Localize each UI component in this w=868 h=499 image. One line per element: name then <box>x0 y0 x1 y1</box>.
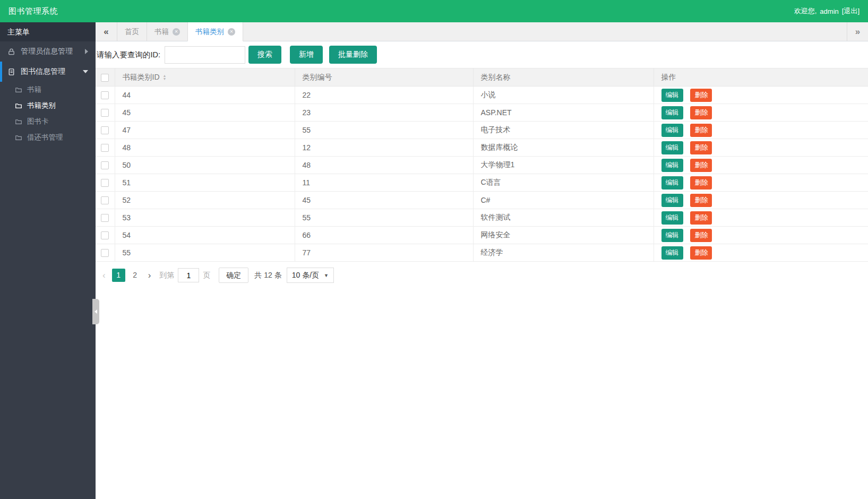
delete-button[interactable]: 删除 <box>690 89 712 102</box>
delete-button[interactable]: 删除 <box>690 229 712 242</box>
tabs-scroll-right-icon[interactable]: » <box>847 22 868 41</box>
tab-book-categories[interactable]: 书籍类别 × <box>187 22 243 41</box>
batch-delete-button[interactable]: 批量删除 <box>329 46 377 64</box>
cell-category-name: 电子技术 <box>473 122 654 139</box>
close-icon[interactable]: × <box>173 28 180 36</box>
cell-category-code: 77 <box>295 244 473 262</box>
cell-actions: 编辑 删除 <box>654 122 868 139</box>
tab-label: 首页 <box>125 27 139 37</box>
cell-category-id: 52 <box>115 192 295 209</box>
cell-category-code: 45 <box>295 192 473 209</box>
row-checkbox-cell <box>96 227 115 244</box>
collapse-arrow-icon <box>94 309 97 314</box>
confirm-button[interactable]: 确定 <box>219 268 248 283</box>
row-checkbox[interactable] <box>101 91 109 99</box>
table-row: 50 48 大学物理1 编辑 删除 <box>96 157 868 174</box>
delete-button[interactable]: 删除 <box>690 246 712 260</box>
next-page-icon[interactable]: › <box>143 270 156 281</box>
edit-button[interactable]: 编辑 <box>661 194 683 207</box>
delete-button[interactable]: 删除 <box>690 194 712 207</box>
delete-button[interactable]: 删除 <box>690 141 712 154</box>
sidebar-item-admin-info[interactable]: 管理员信息管理 <box>0 41 96 62</box>
cell-category-name: C语言 <box>473 174 654 192</box>
select-all-checkbox[interactable] <box>101 74 109 82</box>
delete-button[interactable]: 删除 <box>690 211 712 225</box>
edit-button[interactable]: 编辑 <box>661 211 683 225</box>
search-label: 请输入要查询的ID: <box>97 50 160 60</box>
row-checkbox-cell <box>96 104 115 122</box>
cell-category-code: 23 <box>295 104 473 122</box>
delete-button[interactable]: 删除 <box>690 106 712 119</box>
cell-actions: 编辑 删除 <box>654 157 868 174</box>
edit-button[interactable]: 编辑 <box>661 89 683 102</box>
table-header-row: 书籍类别ID▲▼ 类别编号 类别名称 操作 <box>96 68 868 87</box>
sidebar-subitem-books[interactable]: 书籍 <box>0 82 96 98</box>
cell-category-name: 网络安全 <box>473 227 654 244</box>
pagination: ‹ 1 2 › 到第 页 确定 共 12 条 10 条/页 ▼ <box>98 268 868 283</box>
row-checkbox-cell <box>96 244 115 262</box>
prev-page-icon[interactable]: ‹ <box>98 270 110 281</box>
cell-actions: 编辑 删除 <box>654 104 868 122</box>
cell-category-id: 47 <box>115 122 295 139</box>
tabs-scroll-left-icon[interactable]: « <box>96 22 117 41</box>
edit-button[interactable]: 编辑 <box>661 176 683 190</box>
goto-page-input[interactable] <box>178 268 199 282</box>
goto-label: 到第 <box>159 271 174 280</box>
cell-actions: 编辑 删除 <box>654 244 868 262</box>
welcome-text: 欢迎您, <box>794 6 817 16</box>
sidebar-subitem-library-cards[interactable]: 图书卡 <box>0 114 96 130</box>
delete-button[interactable]: 删除 <box>690 159 712 172</box>
cell-actions: 编辑 删除 <box>654 227 868 244</box>
column-header-code: 类别编号 <box>295 68 473 87</box>
page-button-2[interactable]: 2 <box>128 269 142 282</box>
tab-books[interactable]: 书籍 × <box>147 22 187 41</box>
delete-button[interactable]: 删除 <box>690 176 712 190</box>
cell-category-id: 55 <box>115 244 295 262</box>
close-icon[interactable]: × <box>228 28 235 36</box>
row-checkbox[interactable] <box>101 161 109 169</box>
folder-icon <box>15 134 22 141</box>
tab-home[interactable]: 首页 <box>117 22 147 41</box>
table-row: 44 22 小说 编辑 删除 <box>96 87 868 104</box>
cell-category-name: 大学物理1 <box>473 157 654 174</box>
table-row: 53 55 软件测试 编辑 删除 <box>96 209 868 227</box>
delete-button[interactable]: 删除 <box>690 124 712 137</box>
cell-category-id: 44 <box>115 87 295 104</box>
edit-button[interactable]: 编辑 <box>661 246 683 260</box>
row-checkbox[interactable] <box>101 249 109 257</box>
row-checkbox[interactable] <box>101 126 109 134</box>
row-checkbox[interactable] <box>101 231 109 239</box>
sidebar-subitem-book-categories[interactable]: 书籍类别 <box>0 98 96 114</box>
add-button[interactable]: 新增 <box>290 46 323 64</box>
table-row: 45 23 ASP.NET 编辑 删除 <box>96 104 868 122</box>
row-checkbox[interactable] <box>101 179 109 187</box>
sidebar-subitem-borrow-return[interactable]: 借还书管理 <box>0 130 96 145</box>
row-checkbox[interactable] <box>101 196 109 204</box>
sidebar-item-book-info[interactable]: 图书信息管理 <box>0 62 96 82</box>
chevron-right-icon <box>85 49 88 54</box>
cell-actions: 编辑 删除 <box>654 87 868 104</box>
logout-link[interactable]: [退出] <box>842 6 860 16</box>
row-checkbox[interactable] <box>101 144 109 152</box>
page-button-1[interactable]: 1 <box>112 269 125 282</box>
column-header-id: 书籍类别ID▲▼ <box>115 68 295 87</box>
edit-button[interactable]: 编辑 <box>661 106 683 119</box>
row-checkbox[interactable] <box>101 214 109 222</box>
row-checkbox[interactable] <box>101 109 109 117</box>
table-row: 48 12 数据库概论 编辑 删除 <box>96 139 868 157</box>
row-checkbox-cell <box>96 192 115 209</box>
edit-button[interactable]: 编辑 <box>661 124 683 137</box>
sidebar-title: 主菜单 <box>0 22 96 41</box>
edit-button[interactable]: 编辑 <box>661 141 683 154</box>
edit-button[interactable]: 编辑 <box>661 159 683 172</box>
edit-button[interactable]: 编辑 <box>661 229 683 242</box>
cell-category-id: 45 <box>115 104 295 122</box>
sort-icon[interactable]: ▲▼ <box>163 74 167 80</box>
search-input[interactable] <box>165 46 245 64</box>
search-button[interactable]: 搜索 <box>248 46 281 64</box>
sidebar-subitem-label: 借还书管理 <box>27 133 63 142</box>
folder-icon <box>15 86 22 93</box>
book-category-table: 书籍类别ID▲▼ 类别编号 类别名称 操作 44 22 小说 编辑 删除 <box>96 68 868 262</box>
page-size-select[interactable]: 10 条/页 ▼ <box>287 268 334 283</box>
sidebar-collapse-handle[interactable] <box>92 299 99 324</box>
